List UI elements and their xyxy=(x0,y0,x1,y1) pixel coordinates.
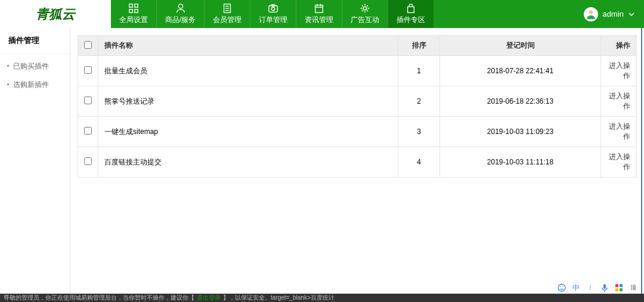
sidebar-title: 插件管理 xyxy=(0,28,70,54)
user-icon xyxy=(175,3,186,14)
svg-rect-24 xyxy=(620,284,623,287)
username: admin xyxy=(603,10,624,18)
top-nav: 全局设置商品/服务会员管理订单管理资讯管理广告互动插件专区 xyxy=(111,0,584,28)
row-checkbox[interactable] xyxy=(84,66,92,74)
plugins-table: 插件名称 排序 登记时间 操作 批量生成会员12018-07-28 22:41:… xyxy=(78,35,637,178)
nav-item-2[interactable]: 会员管理 xyxy=(204,0,250,28)
sidebar-item-0[interactable]: 已购买插件 xyxy=(0,57,70,76)
cell-time: 2019-10-03 11:09:23 xyxy=(440,117,601,147)
svg-rect-23 xyxy=(615,284,618,287)
nav-item-6[interactable]: 插件专区 xyxy=(388,0,434,28)
svg-point-18 xyxy=(589,10,593,14)
table-row: 一键生成sitemap32019-10-03 11:09:23进入操作 xyxy=(78,117,637,147)
cell-sort: 2 xyxy=(398,86,440,117)
nav-label: 商品/服务 xyxy=(165,15,196,25)
nav-label: 资讯管理 xyxy=(305,15,333,25)
nav-item-4[interactable]: 资讯管理 xyxy=(296,0,342,28)
content: 插件名称 排序 登记时间 操作 批量生成会员12018-07-28 22:41:… xyxy=(70,28,644,294)
cell-name: 百度链接主动提交 xyxy=(98,147,398,178)
footer-prefix: 尊敬的管理员，你正在使用城易购管理后台，当你暂时不操作，建议你【 xyxy=(4,294,194,302)
bag-icon xyxy=(405,3,416,14)
user-area[interactable]: admin xyxy=(584,0,644,28)
avatar xyxy=(584,7,598,21)
cell-sort: 3 xyxy=(398,117,440,147)
grid-icon xyxy=(128,3,139,14)
smile-icon[interactable] xyxy=(557,283,566,292)
svg-point-19 xyxy=(558,284,565,291)
svg-rect-3 xyxy=(135,10,138,13)
action-link[interactable]: 进入操作 xyxy=(609,152,630,171)
nav-label: 全局设置 xyxy=(119,15,148,25)
lang-icon[interactable]: 中 xyxy=(571,283,581,292)
header-time: 登记时间 xyxy=(440,36,601,56)
svg-rect-0 xyxy=(129,4,132,7)
svg-rect-1 xyxy=(135,4,138,7)
svg-rect-2 xyxy=(129,10,132,13)
header-check xyxy=(78,36,98,56)
svg-point-4 xyxy=(178,4,182,8)
nav-label: 插件专区 xyxy=(397,15,425,25)
row-checkbox[interactable] xyxy=(84,157,92,165)
camera-icon xyxy=(268,3,278,14)
bottom-icons: 中 ⁝ 顶 xyxy=(555,282,640,294)
table-row: 百度链接主动提交42019-10-03 11:11:18进入操作 xyxy=(78,147,637,178)
action-link[interactable]: 进入操作 xyxy=(609,92,630,110)
cell-name: 一键生成sitemap xyxy=(98,117,398,147)
sidebar-item-1[interactable]: 选购新插件 xyxy=(0,76,70,94)
cell-name: 批量生成会员 xyxy=(98,56,398,86)
header-action: 操作 xyxy=(601,36,637,56)
select-all-checkbox[interactable] xyxy=(84,41,92,49)
nav-label: 订单管理 xyxy=(259,15,287,25)
gear-icon xyxy=(360,3,370,14)
svg-rect-12 xyxy=(315,5,323,13)
nav-label: 广告互动 xyxy=(351,15,379,25)
footer-link[interactable]: 退出登录 xyxy=(197,294,221,302)
nav-item-0[interactable]: 全局设置 xyxy=(111,0,156,28)
calendar-icon xyxy=(314,3,324,14)
svg-rect-26 xyxy=(620,288,623,291)
cell-time: 2018-07-28 22:41:41 xyxy=(440,56,601,86)
table-row: 熊掌号推送记录22019-06-18 22:36:13进入操作 xyxy=(78,86,637,117)
header-sort: 排序 xyxy=(398,36,440,56)
nav-item-5[interactable]: 广告互动 xyxy=(342,0,388,28)
sidebar-list: 已购买插件选购新插件 xyxy=(0,54,70,98)
nav-item-1[interactable]: 商品/服务 xyxy=(156,0,204,28)
action-link[interactable]: 进入操作 xyxy=(609,122,630,141)
svg-rect-22 xyxy=(603,284,606,289)
header-name: 插件名称 xyxy=(98,36,398,56)
grid-icon[interactable] xyxy=(614,283,624,292)
svg-point-16 xyxy=(364,7,367,10)
row-checkbox[interactable] xyxy=(84,96,92,104)
cell-time: 2019-10-03 11:11:18 xyxy=(440,147,601,178)
nav-item-3[interactable]: 订单管理 xyxy=(250,0,296,28)
svg-point-20 xyxy=(560,286,561,287)
document-icon xyxy=(222,3,233,14)
dots-icon[interactable]: ⁝ xyxy=(586,283,595,292)
svg-rect-17 xyxy=(408,7,414,13)
table-body: 批量生成会员12018-07-28 22:41:41进入操作熊掌号推送记录220… xyxy=(78,56,637,178)
svg-point-10 xyxy=(272,7,275,10)
page-icon: 顶 xyxy=(628,283,638,292)
footer: 尊敬的管理员，你正在使用城易购管理后台，当你暂时不操作，建议你【 退出登录 】，… xyxy=(0,294,644,302)
svg-rect-9 xyxy=(269,6,277,13)
cell-sort: 1 xyxy=(398,56,440,86)
svg-rect-25 xyxy=(615,288,618,291)
cell-name: 熊掌号推送记录 xyxy=(98,86,398,117)
sidebar: 插件管理 已购买插件选购新插件 xyxy=(0,28,70,294)
cell-time: 2019-06-18 22:36:13 xyxy=(440,86,601,117)
chevron-down-icon xyxy=(628,11,634,17)
cell-sort: 4 xyxy=(398,147,440,178)
action-link[interactable]: 进入操作 xyxy=(609,61,630,80)
svg-point-21 xyxy=(562,286,564,287)
logo: 青狐云 xyxy=(0,0,111,28)
mic-icon[interactable] xyxy=(600,283,609,292)
table-row: 批量生成会员12018-07-28 22:41:41进入操作 xyxy=(78,56,637,86)
row-checkbox[interactable] xyxy=(84,127,92,135)
footer-suffix: 】，以保证安全。target=_blank>百度统计 xyxy=(223,294,335,302)
nav-label: 会员管理 xyxy=(213,15,242,25)
